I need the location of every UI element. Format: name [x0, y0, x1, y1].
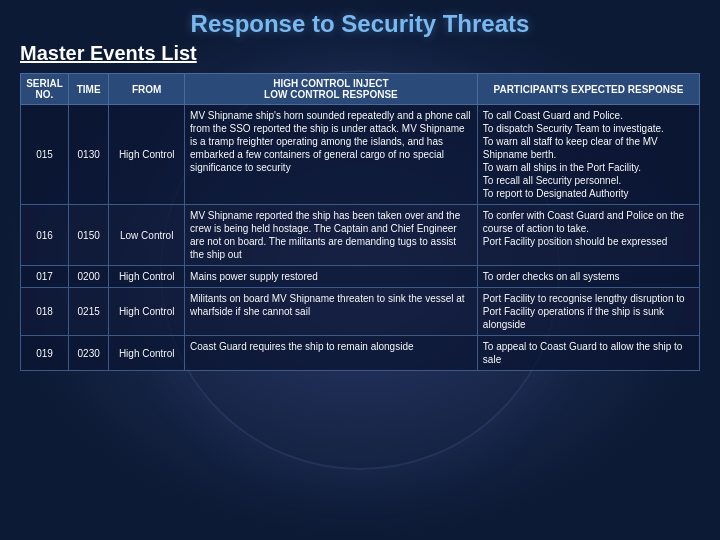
cell-from: High Control	[109, 266, 185, 288]
col-header-inject: HIGH CONTROL INJECTLOW CONTROL RESPONSE	[185, 74, 478, 105]
cell-serial: 016	[21, 205, 69, 266]
cell-time: 0150	[68, 205, 108, 266]
page-subtitle: Master Events List	[20, 42, 700, 65]
main-content: Response to Security Threats Master Even…	[0, 0, 720, 381]
col-header-from: FROM	[109, 74, 185, 105]
cell-serial: 018	[21, 288, 69, 336]
cell-inject: MV Shipname ship's horn sounded repeated…	[185, 105, 478, 205]
cell-time: 0215	[68, 288, 108, 336]
cell-response: To confer with Coast Guard and Police on…	[477, 205, 699, 266]
cell-inject: Militants on board MV Shipname threaten …	[185, 288, 478, 336]
cell-inject: Coast Guard requires the ship to remain …	[185, 336, 478, 371]
cell-serial: 015	[21, 105, 69, 205]
table-row: 0180215High ControlMilitants on board MV…	[21, 288, 700, 336]
cell-inject: MV Shipname reported the ship has been t…	[185, 205, 478, 266]
table-row: 0170200High ControlMains power supply re…	[21, 266, 700, 288]
cell-serial: 019	[21, 336, 69, 371]
col-header-response: PARTICIPANT'S EXPECTED RESPONSE	[477, 74, 699, 105]
cell-response: To call Coast Guard and Police. To dispa…	[477, 105, 699, 205]
cell-response: To appeal to Coast Guard to allow the sh…	[477, 336, 699, 371]
cell-time: 0130	[68, 105, 108, 205]
cell-serial: 017	[21, 266, 69, 288]
cell-response: To order checks on all systems	[477, 266, 699, 288]
events-table: SERIAL NO. TIME FROM HIGH CONTROL INJECT…	[20, 73, 700, 371]
page-title: Response to Security Threats	[20, 10, 700, 38]
cell-time: 0230	[68, 336, 108, 371]
table-row: 0160150Low ControlMV Shipname reported t…	[21, 205, 700, 266]
cell-time: 0200	[68, 266, 108, 288]
col-header-time: TIME	[68, 74, 108, 105]
table-row: 0150130High ControlMV Shipname ship's ho…	[21, 105, 700, 205]
col-header-serial: SERIAL NO.	[21, 74, 69, 105]
cell-response: Port Facility to recognise lengthy disru…	[477, 288, 699, 336]
table-row: 0190230High ControlCoast Guard requires …	[21, 336, 700, 371]
cell-inject: Mains power supply restored	[185, 266, 478, 288]
cell-from: High Control	[109, 288, 185, 336]
table-header-row: SERIAL NO. TIME FROM HIGH CONTROL INJECT…	[21, 74, 700, 105]
cell-from: High Control	[109, 336, 185, 371]
cell-from: High Control	[109, 105, 185, 205]
cell-from: Low Control	[109, 205, 185, 266]
